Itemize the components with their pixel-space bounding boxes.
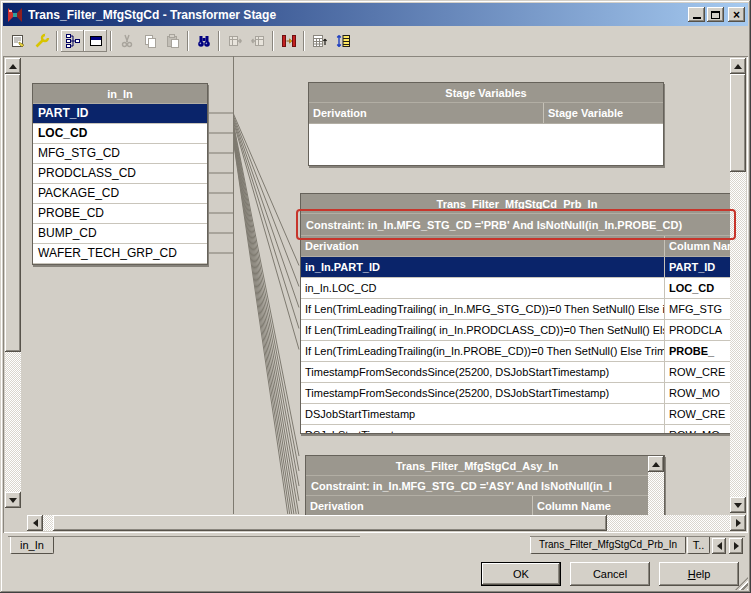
- tab-in-in[interactable]: in_In: [10, 537, 54, 554]
- input-column-row[interactable]: LOC_CD: [33, 124, 207, 144]
- tab-scroll-right-button[interactable]: [729, 538, 743, 554]
- arrow-up-icon: [652, 462, 660, 467]
- column-name-cell[interactable]: ROW_CRE: [664, 362, 733, 382]
- derivation-row[interactable]: If Len(TrimLeadingTrailing(in_In.PROBE_C…: [301, 341, 733, 362]
- derivation-row[interactable]: in_In.PART_ID PART_ID: [301, 257, 733, 278]
- left-scrollbar-thumb[interactable]: [5, 74, 21, 352]
- derivation-cell[interactable]: If Len(TrimLeadingTrailing( in_In.MFG_ST…: [301, 299, 664, 319]
- close-icon: ×: [733, 9, 740, 21]
- show-all-button[interactable]: [61, 30, 84, 52]
- copy-button: [138, 30, 161, 52]
- column-name-cell[interactable]: ROW_MO: [664, 383, 733, 403]
- derivation-row[interactable]: If Len(TrimLeadingTrailing( in_In.MFG_ST…: [301, 299, 733, 320]
- left-scroll-up-button[interactable]: [5, 58, 21, 74]
- toolbar-separator: [303, 31, 305, 51]
- input-column-row[interactable]: PACKAGE_CD: [33, 184, 207, 204]
- derivation-row[interactable]: TimestampFromSecondsSince(25200, DSJobSt…: [301, 383, 733, 404]
- column-name-cell[interactable]: PART_ID: [664, 257, 733, 277]
- arrow-down-icon: [9, 498, 17, 503]
- derivation-cell[interactable]: DSJobStartTimestamp: [301, 425, 664, 434]
- output-link-asy-title: Trans_Filter_MfgStgCd_Asy_In: [306, 456, 648, 476]
- ok-button[interactable]: OK: [481, 562, 561, 586]
- derivation-row[interactable]: DSJobStartTimestamp ROW_CRE: [301, 404, 733, 425]
- derivation-cell[interactable]: in_In.PART_ID: [301, 257, 664, 277]
- toolbar-separator: [110, 31, 112, 51]
- left-scroll-down-button[interactable]: [5, 492, 21, 508]
- right-vertical-scrollbar[interactable]: [730, 58, 746, 513]
- help-label-initial: H: [688, 568, 696, 580]
- column-name-cell[interactable]: LOC_CD: [664, 278, 733, 298]
- stage-variables-header-row: Derivation Stage Variable: [309, 103, 663, 124]
- title-bar[interactable]: Trans_Filter_MfgStgCd - Transformer Stag…: [3, 3, 748, 26]
- arrow-left-icon: [33, 519, 38, 527]
- toolbar-separator: [187, 31, 189, 51]
- constraints-button[interactable]: [30, 30, 53, 52]
- tab-scroll-left-button[interactable]: [712, 538, 726, 554]
- constraints-icon: [34, 33, 50, 49]
- minimize-icon: [693, 17, 701, 19]
- derivation-cell[interactable]: TimestampFromSecondsSince(25200, DSJobSt…: [301, 362, 664, 382]
- column-name-cell[interactable]: ROW_CRE: [664, 404, 733, 424]
- find-replace-button[interactable]: [192, 30, 215, 52]
- close-button[interactable]: ×: [728, 7, 745, 22]
- input-column-row[interactable]: PROBE_CD: [33, 204, 207, 224]
- input-column-row[interactable]: WAFER_TECH_GRP_CD: [33, 244, 207, 264]
- arrow-up-icon: [734, 64, 742, 69]
- right-scroll-up-button[interactable]: [730, 58, 746, 74]
- minimize-button[interactable]: [688, 7, 705, 22]
- scroll-left-button[interactable]: [27, 515, 43, 531]
- derivation-cell[interactable]: If Len(TrimLeadingTrailing( in_In.PRODCL…: [301, 320, 664, 340]
- scroll-right-button[interactable]: [730, 515, 746, 531]
- show-hide-stage-variables-icon: [88, 33, 104, 49]
- help-button[interactable]: Help: [659, 562, 739, 586]
- save-column-definition-icon: [250, 33, 266, 49]
- derivation-row[interactable]: in_In.LOC_CD LOC_CD: [301, 278, 733, 299]
- horizontal-scrollbar[interactable]: [27, 515, 746, 531]
- toolbar: [3, 26, 748, 55]
- derivation-row[interactable]: TimestampFromSecondsSince(25200, DSJobSt…: [301, 362, 733, 383]
- left-vertical-scrollbar[interactable]: [5, 58, 21, 508]
- derivation-row[interactable]: DSJobStartTimestamp ROW_MO: [301, 425, 733, 434]
- show-column-display-order-icon: [335, 33, 351, 49]
- save-column-definition-button: [246, 30, 269, 52]
- input-link-execution-order-icon: [312, 33, 328, 49]
- show-column-display-order-button[interactable]: [331, 30, 354, 52]
- horizontal-scrollbar-thumb[interactable]: [53, 515, 607, 531]
- input-column-row[interactable]: BUMP_CD: [33, 224, 207, 244]
- column-name-cell[interactable]: MFG_STG: [664, 299, 733, 319]
- input-link-execution-order-button[interactable]: [308, 30, 331, 52]
- derivation-cell[interactable]: If Len(TrimLeadingTrailing(in_In.PROBE_C…: [301, 341, 664, 361]
- input-column-row[interactable]: PART_ID: [33, 104, 207, 124]
- column-auto-match-button[interactable]: [277, 30, 300, 52]
- right-scroll-down-button[interactable]: [730, 497, 746, 513]
- transformer-canvas: in_In PART_ID LOC_CD MFG_STG_CD PRODCLAS…: [3, 56, 748, 533]
- asy-scroll-up-button[interactable]: [648, 456, 664, 472]
- arrow-left-icon: [717, 542, 722, 550]
- input-column-row[interactable]: PRODCLASS_CD: [33, 164, 207, 184]
- cancel-button[interactable]: Cancel: [570, 562, 650, 586]
- input-column-row[interactable]: MFG_STG_CD: [33, 144, 207, 164]
- copy-icon: [142, 33, 158, 49]
- show-hide-stage-variables-button[interactable]: [84, 30, 107, 52]
- stage-properties-button[interactable]: [7, 30, 30, 52]
- derivation-cell[interactable]: in_In.LOC_CD: [301, 278, 664, 298]
- maximize-button[interactable]: [707, 7, 724, 22]
- derivation-row[interactable]: If Len(TrimLeadingTrailing( in_In.PRODCL…: [301, 320, 733, 341]
- toolbar-separator: [272, 31, 274, 51]
- derivation-cell[interactable]: DSJobStartTimestamp: [301, 404, 664, 424]
- arrow-right-icon: [736, 519, 741, 527]
- asy-constraint-row[interactable]: Constraint: in_In.MFG_STG_CD ='ASY' And …: [306, 476, 648, 496]
- column-name-cell[interactable]: PROBE_: [664, 341, 733, 361]
- column-name-cell[interactable]: ROW_MO: [664, 425, 733, 434]
- paste-icon: [165, 33, 181, 49]
- input-link-title: in_In: [33, 84, 207, 104]
- tab-trans-filter-mfgstgcd-prb-in[interactable]: Trans_Filter_MfgStgCd_Prb_In: [530, 537, 686, 554]
- arrow-right-icon: [734, 542, 739, 550]
- right-scrollbar-thumb[interactable]: [730, 74, 746, 172]
- toolbar-separator: [56, 31, 58, 51]
- derivation-cell[interactable]: TimestampFromSecondsSince(25200, DSJobSt…: [301, 383, 664, 403]
- stage-variable-column-header: Stage Variable: [543, 103, 663, 123]
- column-name-cell[interactable]: PRODCLA: [664, 320, 733, 340]
- output-links-tabstrip: Trans_Filter_MfgStgCd_Prb_In T..: [530, 536, 745, 556]
- tab-partial-next[interactable]: T..: [687, 537, 710, 554]
